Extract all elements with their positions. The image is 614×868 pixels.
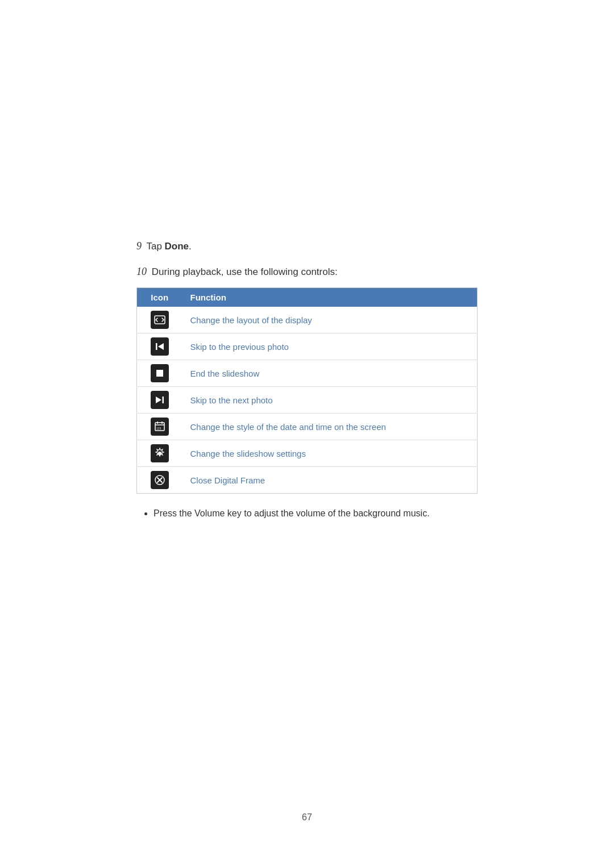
svg-rect-4 [162,397,164,403]
step-10: 10 During playback, use the following co… [136,264,478,279]
bullet-item: Press the Volume key to adjust the volum… [154,506,478,521]
svg-text:123: 123 [156,427,161,430]
icon-cell [137,387,182,414]
datetime-style-icon: 123 [151,418,169,436]
svg-rect-1 [156,343,157,350]
table-row: Skip to the next photo [137,387,478,414]
next-photo-icon [151,391,169,409]
step-9-number: 9 [136,240,142,252]
table-row: Change the layout of the display [137,307,478,333]
step-9: 9 Tap Done. [136,239,478,254]
bullet-list: Press the Volume key to adjust the volum… [136,506,478,521]
function-text: Close Digital Frame [182,467,478,494]
layout-icon [151,311,169,329]
step-9-bold: Done [165,241,189,252]
table-row: Close Digital Frame [137,467,478,494]
function-text: End the slideshow [182,360,478,387]
svg-marker-5 [156,397,161,403]
table-row: Change the slideshow settings [137,440,478,467]
step-9-text: Tap [146,241,164,252]
table-row: End the slideshow [137,360,478,387]
icon-cell [137,440,182,467]
function-text: Change the layout of the display [182,307,478,333]
step-10-number: 10 [136,266,147,277]
icon-cell [137,360,182,387]
table-header-row: Icon Function [137,288,478,307]
page-number: 67 [302,812,312,823]
icon-cell [137,307,182,333]
function-text: Skip to the previous photo [182,333,478,360]
controls-table: Icon Function [136,287,478,494]
function-text: Change the slideshow settings [182,440,478,467]
icon-cell [137,333,182,360]
step-9-suffix: . [189,241,192,252]
svg-marker-2 [158,343,164,350]
table-row: Skip to the previous photo [137,333,478,360]
slideshow-settings-icon [151,444,169,462]
step-10-text: During playback, use the following contr… [152,266,338,277]
page: 9 Tap Done. 10 During playback, use the … [0,0,614,868]
icon-column-header: Icon [137,288,182,307]
close-frame-icon [151,471,169,489]
previous-photo-icon [151,337,169,356]
stop-slideshow-icon [151,364,169,382]
icon-cell: 123 [137,414,182,440]
function-text: Change the style of the date and time on… [182,414,478,440]
table-row: 123 Change the style of the date and tim… [137,414,478,440]
function-column-header: Function [182,288,478,307]
function-text: Skip to the next photo [182,387,478,414]
icon-cell [137,467,182,494]
svg-rect-3 [156,370,163,377]
